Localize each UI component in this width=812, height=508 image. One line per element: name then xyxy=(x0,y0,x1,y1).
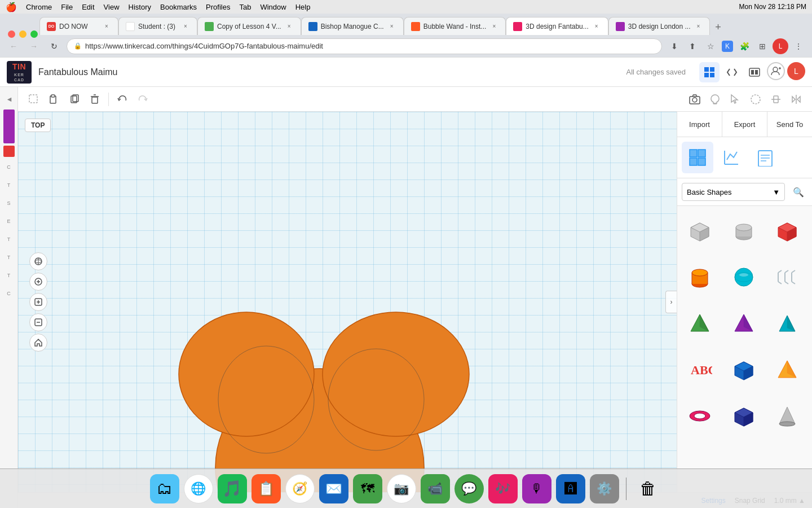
download-button[interactable]: ⬇ xyxy=(667,38,682,54)
sidebar-item-4[interactable]: C xyxy=(1,159,17,175)
shape-cylinder-orange[interactable] xyxy=(679,255,720,300)
apple-menu[interactable]: 🍎 xyxy=(6,2,17,12)
tab-student-close[interactable]: × xyxy=(181,22,190,31)
orbit-button[interactable] xyxy=(29,252,47,270)
dock-podcasts[interactable]: 🎙 xyxy=(522,474,551,503)
canvas[interactable]: TOP xyxy=(18,112,677,492)
panel-toggle[interactable]: › xyxy=(665,291,677,313)
dock-trash[interactable]: 🗑 xyxy=(633,474,663,503)
shape-box-solid[interactable] xyxy=(679,208,720,253)
shape-pyramid-yellow[interactable] xyxy=(767,347,807,392)
tab-donow[interactable]: DO DO NOW × xyxy=(39,17,118,35)
shape-box-dark[interactable] xyxy=(723,347,764,392)
shapes-category-dropdown[interactable]: Basic Shapes ▼ xyxy=(682,183,785,201)
close-window-button[interactable] xyxy=(8,30,15,38)
menu-edit[interactable]: Edit xyxy=(82,3,94,11)
dock-facetime[interactable]: 📹 xyxy=(421,474,450,503)
forward-button[interactable]: → xyxy=(26,38,42,54)
tab-student[interactable]: Student : (3) × xyxy=(118,17,197,35)
dock-reminders[interactable]: 📋 xyxy=(251,474,281,503)
redo-button[interactable] xyxy=(134,90,152,108)
profile-button[interactable]: L xyxy=(773,38,788,54)
tab-lesson-close[interactable]: × xyxy=(285,22,294,31)
grid-button[interactable]: ⊞ xyxy=(754,38,770,54)
menu-history[interactable]: History xyxy=(129,3,151,11)
puzzle-button[interactable]: 🧩 xyxy=(736,38,752,54)
add-user-button[interactable] xyxy=(767,62,785,80)
sidebar-item-10[interactable]: T xyxy=(1,268,17,283)
tinkercad-logo[interactable]: TIN KER CAD xyxy=(7,61,32,84)
fullscreen-window-button[interactable] xyxy=(30,30,38,38)
tab-3d1-close[interactable]: × xyxy=(592,22,601,31)
duplicate-button[interactable] xyxy=(65,90,83,108)
send-to-button[interactable]: Send To xyxy=(767,112,812,137)
menu-window[interactable]: Window xyxy=(260,3,286,11)
paste-button[interactable] xyxy=(45,90,63,108)
tab-lesson[interactable]: Copy of Lesson 4 V... × xyxy=(197,17,301,35)
shape-cone-gray[interactable] xyxy=(767,393,807,439)
share-button[interactable]: ⬆ xyxy=(685,38,700,54)
dock-spotify[interactable]: 🎵 xyxy=(218,474,247,503)
zoom-out-button[interactable] xyxy=(29,313,47,331)
tab-bubble-close[interactable]: × xyxy=(489,22,498,31)
sidebar-item-1[interactable]: ◀ xyxy=(1,91,17,107)
grid-view-button[interactable] xyxy=(699,62,720,82)
code-view-button[interactable] xyxy=(722,62,742,82)
shape-text-squiggle[interactable] xyxy=(767,255,807,300)
sidebar-item-3[interactable] xyxy=(3,146,15,157)
shape-box-navy[interactable] xyxy=(723,393,764,439)
tab-donow-close[interactable]: × xyxy=(102,22,111,31)
tab-3d1[interactable]: 3D design Fantabu... × xyxy=(506,17,608,35)
new-tab-button[interactable]: + xyxy=(710,19,726,35)
tab-bubble[interactable]: Bubble Wand - Inst... × xyxy=(404,17,506,35)
shape-cylinder-solid[interactable] xyxy=(723,208,764,253)
mickey-shape[interactable] xyxy=(153,264,492,492)
align-button[interactable] xyxy=(767,90,785,108)
menu-file[interactable]: File xyxy=(61,3,73,11)
user-avatar[interactable]: L xyxy=(787,62,805,80)
select-button[interactable] xyxy=(726,90,744,108)
sidebar-item-5[interactable]: T xyxy=(1,177,17,193)
menu-tab[interactable]: Tab xyxy=(239,3,251,11)
minimize-window-button[interactable] xyxy=(19,30,27,38)
mirror-button[interactable] xyxy=(787,90,805,108)
dock-settings[interactable]: ⚙️ xyxy=(590,474,619,503)
dock-finder[interactable]: 🗂 xyxy=(150,474,179,503)
sidebar-item-9[interactable]: T xyxy=(1,249,17,265)
reload-button[interactable]: ↻ xyxy=(46,38,62,54)
shape-sphere-teal[interactable] xyxy=(723,255,764,300)
menu-help[interactable]: Help xyxy=(295,3,311,11)
dock-music[interactable]: 🎶 xyxy=(488,474,518,503)
sidebar-item-7[interactable]: E xyxy=(1,213,17,229)
zoom-in-button[interactable] xyxy=(29,293,47,311)
tab-bishop[interactable]: Bishop Manogue C... × xyxy=(301,17,404,35)
pan-button[interactable] xyxy=(29,273,47,291)
bulb-button[interactable] xyxy=(706,90,724,108)
shape-text-3d[interactable]: ABC xyxy=(679,347,720,392)
shape-pyramid-green[interactable] xyxy=(679,301,720,346)
extensions-button[interactable]: K xyxy=(722,41,733,52)
copy-outside-button[interactable] xyxy=(25,90,43,108)
back-button[interactable]: ← xyxy=(6,38,21,54)
undo-button[interactable] xyxy=(113,90,131,108)
sidebar-item-6[interactable]: S xyxy=(1,195,17,211)
home-view-button[interactable] xyxy=(29,334,47,352)
simulation-button[interactable] xyxy=(744,62,765,82)
shape-torus-pink[interactable] xyxy=(679,393,720,439)
tab-3d2-close[interactable]: × xyxy=(694,22,703,31)
circle-select-button[interactable] xyxy=(747,90,765,108)
dock-messages[interactable]: 💬 xyxy=(454,474,484,503)
camera-button[interactable] xyxy=(686,90,704,108)
tab-3d2[interactable]: 3D design London ... × xyxy=(608,17,710,35)
shape-pyramid-purple[interactable] xyxy=(723,301,764,346)
dock-appstore[interactable]: 🅰 xyxy=(556,474,585,503)
menu-profiles[interactable]: Profiles xyxy=(206,3,230,11)
sidebar-item-11[interactable]: C xyxy=(1,286,17,301)
notes-panel-button[interactable] xyxy=(749,142,781,173)
shapes-search-button[interactable]: 🔍 xyxy=(789,183,807,201)
menu-bookmarks[interactable]: Bookmarks xyxy=(160,3,197,11)
dock-photos[interactable]: 📷 xyxy=(387,474,416,503)
url-bar[interactable]: 🔒 https://www.tinkercad.com/things/4Cuid… xyxy=(67,38,662,54)
more-button[interactable]: ⋮ xyxy=(791,38,806,54)
menu-view[interactable]: View xyxy=(104,3,120,11)
